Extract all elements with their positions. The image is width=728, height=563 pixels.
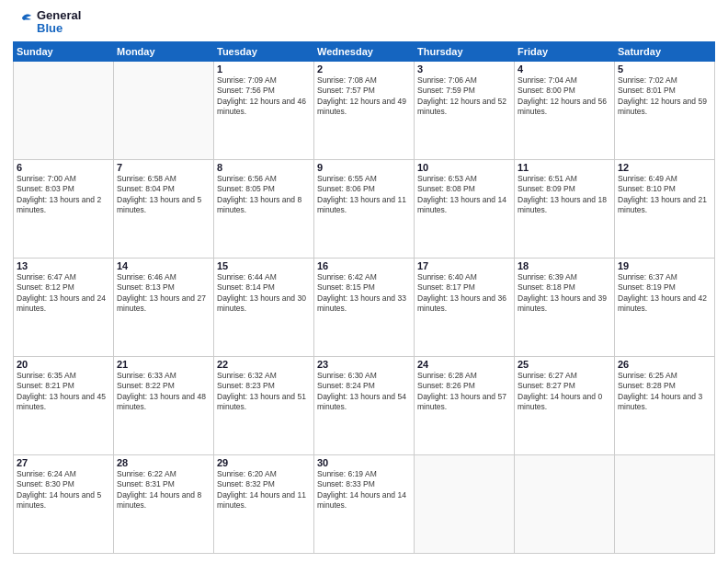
logo-general-text: General [37, 9, 81, 22]
calendar-cell: 8Sunrise: 6:56 AMSunset: 8:05 PMDaylight… [214, 159, 314, 258]
calendar-week-5: 27Sunrise: 6:24 AMSunset: 8:30 PMDayligh… [14, 454, 715, 553]
day-number: 11 [518, 162, 611, 173]
day-info: Sunrise: 6:49 AMSunset: 8:10 PMDaylight:… [618, 174, 711, 216]
calendar-cell: 5Sunrise: 7:02 AMSunset: 8:01 PMDaylight… [615, 61, 715, 159]
calendar-cell: 6Sunrise: 7:00 AMSunset: 8:03 PMDaylight… [14, 159, 114, 258]
calendar-cell: 18Sunrise: 6:39 AMSunset: 8:18 PMDayligh… [515, 258, 615, 356]
calendar-header-thursday: Thursday [415, 41, 515, 61]
calendar-cell: 2Sunrise: 7:08 AMSunset: 7:57 PMDaylight… [314, 61, 415, 159]
day-info: Sunrise: 6:22 AMSunset: 8:31 PMDaylight:… [117, 469, 210, 511]
day-info: Sunrise: 6:30 AMSunset: 8:24 PMDaylight:… [317, 371, 411, 413]
calendar-cell: 29Sunrise: 6:20 AMSunset: 8:32 PMDayligh… [214, 454, 314, 553]
day-number: 5 [618, 63, 711, 75]
day-info: Sunrise: 6:53 AMSunset: 8:08 PMDaylight:… [417, 174, 511, 216]
day-info: Sunrise: 6:42 AMSunset: 8:15 PMDaylight:… [317, 272, 411, 315]
calendar-cell [14, 61, 114, 159]
calendar-cell [615, 454, 715, 553]
calendar-cell: 26Sunrise: 6:25 AMSunset: 8:28 PMDayligh… [615, 356, 715, 454]
day-info: Sunrise: 6:24 AMSunset: 8:30 PMDaylight:… [17, 469, 110, 511]
day-number: 18 [518, 260, 611, 271]
logo-blue-text: Blue [37, 22, 81, 35]
day-info: Sunrise: 6:37 AMSunset: 8:19 PMDaylight:… [618, 272, 711, 315]
day-info: Sunrise: 6:33 AMSunset: 8:22 PMDaylight:… [117, 371, 210, 413]
calendar-cell: 28Sunrise: 6:22 AMSunset: 8:31 PMDayligh… [114, 454, 214, 553]
day-number: 13 [17, 260, 110, 271]
day-info: Sunrise: 6:44 AMSunset: 8:14 PMDaylight:… [217, 272, 311, 315]
day-info: Sunrise: 6:32 AMSunset: 8:23 PMDaylight:… [217, 371, 311, 413]
day-number: 9 [317, 162, 411, 173]
day-info: Sunrise: 6:47 AMSunset: 8:12 PMDaylight:… [17, 272, 110, 315]
day-info: Sunrise: 7:02 AMSunset: 8:01 PMDaylight:… [618, 75, 711, 118]
page: General Blue SundayMondayTuesdayWednesda… [0, 0, 728, 563]
day-number: 25 [518, 359, 611, 370]
logo-bird-icon [13, 12, 33, 32]
header: General Blue [13, 9, 715, 36]
day-number: 16 [317, 260, 411, 271]
day-info: Sunrise: 6:51 AMSunset: 8:09 PMDaylight:… [518, 174, 611, 216]
day-info: Sunrise: 6:19 AMSunset: 8:33 PMDaylight:… [317, 469, 411, 511]
day-number: 26 [618, 359, 711, 370]
calendar-cell: 19Sunrise: 6:37 AMSunset: 8:19 PMDayligh… [615, 258, 715, 356]
day-info: Sunrise: 6:40 AMSunset: 8:17 PMDaylight:… [417, 272, 511, 315]
calendar-header-row: SundayMondayTuesdayWednesdayThursdayFrid… [14, 41, 715, 61]
day-info: Sunrise: 6:46 AMSunset: 8:13 PMDaylight:… [117, 272, 210, 315]
day-number: 7 [117, 162, 210, 173]
calendar-week-1: 1Sunrise: 7:09 AMSunset: 7:56 PMDaylight… [14, 61, 715, 159]
day-number: 1 [217, 63, 311, 75]
day-number: 3 [417, 63, 511, 75]
calendar-cell: 3Sunrise: 7:06 AMSunset: 7:59 PMDaylight… [415, 61, 515, 159]
calendar-header-wednesday: Wednesday [314, 41, 415, 61]
day-number: 27 [17, 457, 110, 468]
day-number: 22 [217, 359, 311, 370]
calendar-cell [415, 454, 515, 553]
day-number: 23 [317, 359, 411, 370]
day-info: Sunrise: 6:58 AMSunset: 8:04 PMDaylight:… [117, 174, 210, 216]
day-number: 4 [518, 63, 611, 75]
calendar-cell: 7Sunrise: 6:58 AMSunset: 8:04 PMDaylight… [114, 159, 214, 258]
calendar-cell [515, 454, 615, 553]
calendar-header-friday: Friday [515, 41, 615, 61]
calendar-cell: 9Sunrise: 6:55 AMSunset: 8:06 PMDaylight… [314, 159, 415, 258]
calendar-table: SundayMondayTuesdayWednesdayThursdayFrid… [13, 41, 715, 554]
calendar-cell [114, 61, 214, 159]
day-number: 19 [618, 260, 711, 271]
day-info: Sunrise: 6:55 AMSunset: 8:06 PMDaylight:… [317, 174, 411, 216]
day-info: Sunrise: 7:06 AMSunset: 7:59 PMDaylight:… [417, 75, 511, 118]
calendar-header-saturday: Saturday [615, 41, 715, 61]
calendar-cell: 24Sunrise: 6:28 AMSunset: 8:26 PMDayligh… [415, 356, 515, 454]
logo: General Blue [13, 9, 81, 36]
calendar-header-tuesday: Tuesday [214, 41, 314, 61]
calendar-cell: 30Sunrise: 6:19 AMSunset: 8:33 PMDayligh… [314, 454, 415, 553]
calendar-cell: 22Sunrise: 6:32 AMSunset: 8:23 PMDayligh… [214, 356, 314, 454]
day-number: 15 [217, 260, 311, 271]
calendar-cell: 16Sunrise: 6:42 AMSunset: 8:15 PMDayligh… [314, 258, 415, 356]
day-number: 6 [17, 162, 110, 173]
day-number: 29 [217, 457, 311, 468]
calendar-cell: 27Sunrise: 6:24 AMSunset: 8:30 PMDayligh… [14, 454, 114, 553]
day-info: Sunrise: 6:56 AMSunset: 8:05 PMDaylight:… [217, 174, 311, 216]
calendar-header-monday: Monday [114, 41, 214, 61]
day-info: Sunrise: 6:25 AMSunset: 8:28 PMDaylight:… [618, 371, 711, 413]
calendar-cell: 14Sunrise: 6:46 AMSunset: 8:13 PMDayligh… [114, 258, 214, 356]
calendar-cell: 17Sunrise: 6:40 AMSunset: 8:17 PMDayligh… [415, 258, 515, 356]
day-number: 20 [17, 359, 110, 370]
calendar-cell: 21Sunrise: 6:33 AMSunset: 8:22 PMDayligh… [114, 356, 214, 454]
day-info: Sunrise: 6:28 AMSunset: 8:26 PMDaylight:… [417, 371, 511, 413]
calendar-cell: 4Sunrise: 7:04 AMSunset: 8:00 PMDaylight… [515, 61, 615, 159]
calendar-cell: 12Sunrise: 6:49 AMSunset: 8:10 PMDayligh… [615, 159, 715, 258]
day-info: Sunrise: 7:09 AMSunset: 7:56 PMDaylight:… [217, 75, 311, 118]
calendar-cell: 20Sunrise: 6:35 AMSunset: 8:21 PMDayligh… [14, 356, 114, 454]
calendar-cell: 15Sunrise: 6:44 AMSunset: 8:14 PMDayligh… [214, 258, 314, 356]
calendar-week-3: 13Sunrise: 6:47 AMSunset: 8:12 PMDayligh… [14, 258, 715, 356]
calendar-cell: 1Sunrise: 7:09 AMSunset: 7:56 PMDaylight… [214, 61, 314, 159]
day-number: 8 [217, 162, 311, 173]
day-info: Sunrise: 6:35 AMSunset: 8:21 PMDaylight:… [17, 371, 110, 413]
day-number: 12 [618, 162, 711, 173]
day-number: 14 [117, 260, 210, 271]
day-number: 28 [117, 457, 210, 468]
day-info: Sunrise: 6:20 AMSunset: 8:32 PMDaylight:… [217, 469, 311, 511]
day-info: Sunrise: 7:00 AMSunset: 8:03 PMDaylight:… [17, 174, 110, 216]
day-number: 21 [117, 359, 210, 370]
day-info: Sunrise: 7:08 AMSunset: 7:57 PMDaylight:… [317, 75, 411, 118]
day-number: 17 [417, 260, 511, 271]
